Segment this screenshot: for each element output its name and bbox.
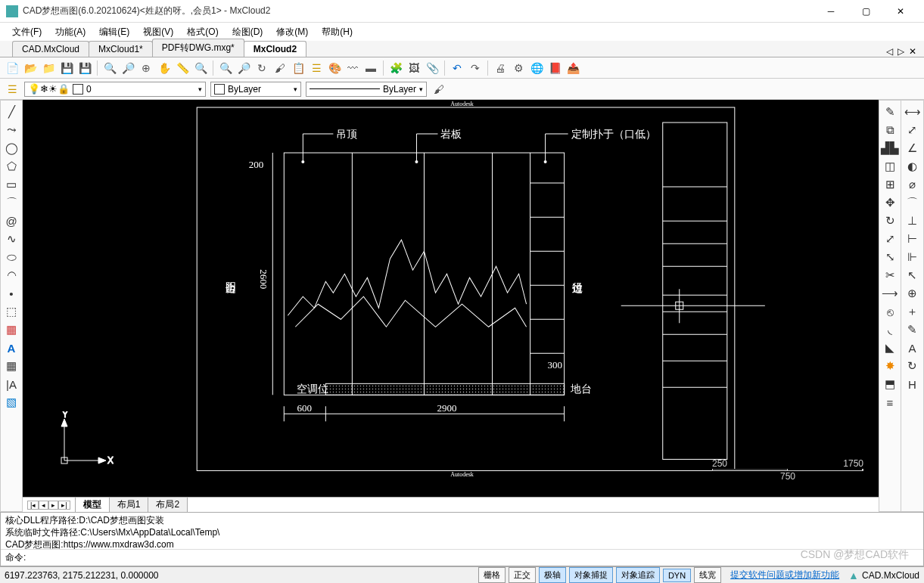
status-lwt[interactable]: 线宽 [694, 567, 721, 583]
status-polar[interactable]: 极轴 [539, 567, 566, 583]
extend-icon[interactable]: ⟶ [882, 285, 898, 302]
dim-update-icon[interactable]: ↻ [904, 358, 921, 374]
feedback-link[interactable]: 提交软件问题或增加新功能 [730, 569, 839, 581]
status-otrack[interactable]: 对象追踪 [616, 567, 660, 583]
menu-view[interactable]: 视图(V) [137, 24, 179, 40]
dim-text-edit-icon[interactable]: A [904, 340, 921, 356]
doc-tab-active[interactable]: MxCloud2 [244, 41, 306, 57]
polyline-icon[interactable]: ⤳ [3, 122, 20, 138]
erase-icon[interactable]: ✎ [882, 104, 898, 120]
rotate-icon[interactable]: ↻ [882, 212, 898, 229]
lineweight-icon[interactable]: ▬ [363, 60, 378, 76]
menu-draw[interactable]: 绘图(D) [226, 24, 269, 40]
export-icon[interactable]: 📤 [565, 60, 580, 76]
close-button[interactable]: ✕ [883, 0, 918, 23]
open-cloud-icon[interactable]: 📁 [41, 60, 56, 76]
save-icon[interactable]: 💾 [59, 60, 74, 76]
dim-linear-icon[interactable]: ⟷ [904, 104, 921, 120]
mirror-icon[interactable]: ▟▙ [882, 140, 898, 157]
break-icon[interactable]: ⎋ [882, 303, 898, 320]
regen-icon[interactable]: ↻ [254, 60, 269, 76]
line-icon[interactable]: ╱ [3, 104, 20, 120]
find-icon[interactable]: 🔍 [218, 60, 233, 76]
layers-icon[interactable]: ☰ [309, 60, 324, 76]
block-icon[interactable]: 🧩 [388, 60, 403, 76]
command-history[interactable]: 核心DLL程序路径:D:\CAD梦想画图安装 系统临时文件路径:C:\Users… [1, 513, 923, 549]
model-space[interactable]: Autodesk Autodesk [23, 100, 879, 497]
undo-icon[interactable]: ↶ [450, 60, 465, 76]
next-icon[interactable]: ▸ [48, 501, 58, 510]
trim-icon[interactable]: ✂ [882, 267, 898, 284]
globe-icon[interactable]: 🌐 [529, 60, 544, 76]
center-mark-icon[interactable]: ＋ [904, 303, 921, 320]
dim-aligned-icon[interactable]: ⤢ [904, 122, 921, 138]
linetype-combo[interactable]: ByLayer ▾ [306, 82, 427, 97]
dim-diameter-icon[interactable]: ⌀ [904, 176, 921, 193]
redo-icon[interactable]: ↷ [468, 60, 483, 76]
menu-modify[interactable]: 修改(M) [270, 24, 314, 40]
command-input[interactable] [29, 553, 919, 563]
hatch-icon[interactable]: ▦ [3, 321, 20, 338]
status-dyn[interactable]: DYN [663, 569, 691, 582]
saveas-icon[interactable]: 💾 [77, 60, 92, 76]
dim-style-icon[interactable]: H [904, 376, 921, 392]
status-osnap[interactable]: 对象捕捉 [569, 567, 613, 583]
doc-tab[interactable]: PDF转DWG.mxg* [152, 39, 244, 57]
match-prop-icon[interactable]: 🖌 [431, 82, 446, 97]
color-icon[interactable]: 🎨 [327, 60, 342, 76]
drawing-canvas[interactable]: Autodesk Autodesk [23, 100, 879, 478]
point-icon[interactable]: • [3, 285, 20, 302]
tab-next-icon[interactable]: ▷ [896, 46, 906, 57]
measure-icon[interactable]: 📏 [175, 60, 190, 76]
mtext-icon[interactable]: |A [3, 376, 20, 392]
layer-manager-icon[interactable]: ☰ [5, 82, 20, 97]
dim-edit-icon[interactable]: ✎ [904, 321, 921, 338]
circle-icon[interactable]: ◯ [3, 140, 20, 157]
last-icon[interactable]: ▸| [58, 501, 70, 510]
dim-ordinate-icon[interactable]: ⊥ [904, 212, 921, 229]
maximize-button[interactable]: ▢ [848, 0, 883, 23]
layer-combo[interactable]: 💡❄☀🔒 0 ▾ [24, 82, 206, 97]
spline-icon[interactable]: ∿ [3, 231, 20, 247]
layout-tab-model[interactable]: 模型 [75, 498, 110, 513]
linetype-icon[interactable]: 〰 [345, 60, 360, 76]
region-icon[interactable]: ▧ [3, 394, 20, 411]
ellipse-icon[interactable]: ⬭ [3, 249, 20, 265]
polygon-icon[interactable]: ⬠ [3, 158, 20, 175]
xref-icon[interactable]: 📎 [425, 60, 440, 76]
dim-continue-icon[interactable]: ⊢ [904, 231, 921, 247]
zoom-realtime-icon[interactable]: 🔍 [193, 60, 208, 76]
array-icon[interactable]: ⊞ [882, 176, 898, 193]
move-icon[interactable]: ✥ [882, 194, 898, 211]
menu-edit[interactable]: 编辑(E) [93, 24, 135, 40]
menu-help[interactable]: 帮助(H) [316, 24, 359, 40]
settings-icon[interactable]: ⚙ [511, 60, 526, 76]
image-icon[interactable]: 🖼 [406, 60, 422, 76]
offset-icon[interactable]: ◫ [882, 158, 898, 175]
block-insert-icon[interactable]: ⬚ [3, 303, 20, 320]
prev-icon[interactable]: ◂ [39, 501, 48, 510]
doc-tab[interactable]: MxCloud1* [89, 41, 153, 57]
zoom-window-icon[interactable]: 🔍 [102, 60, 117, 76]
brush-icon[interactable]: 🖌 [272, 60, 288, 76]
table-icon[interactable]: ▦ [3, 358, 20, 374]
copy-icon[interactable]: ⧉ [882, 122, 898, 138]
ellipse-arc-icon[interactable]: ◠ [3, 267, 20, 284]
layout-tab[interactable]: 布局2 [148, 498, 188, 513]
new-icon[interactable]: 📄 [5, 60, 20, 76]
first-icon[interactable]: |◂ [27, 501, 39, 510]
color-combo[interactable]: ByLayer ▾ [210, 82, 301, 97]
stretch-icon[interactable]: ⤡ [882, 249, 898, 265]
layout-tab[interactable]: 布局1 [109, 498, 149, 513]
tab-prev-icon[interactable]: ◁ [885, 46, 894, 57]
scale-icon[interactable]: ⤢ [882, 231, 898, 247]
doc-tab[interactable]: CAD.MxCloud [12, 41, 89, 57]
chamfer-icon[interactable]: ◣ [882, 340, 898, 356]
open-icon[interactable]: 📂 [23, 60, 38, 76]
tab-close-icon[interactable]: ✕ [907, 46, 918, 57]
join-icon[interactable]: ⬒ [882, 376, 898, 392]
print-icon[interactable]: 🖨 [493, 60, 508, 76]
explode-icon[interactable]: ✸ [882, 358, 898, 374]
tolerance-icon[interactable]: ⊕ [904, 285, 921, 302]
zoom-in-icon[interactable]: 🔎 [120, 60, 135, 76]
